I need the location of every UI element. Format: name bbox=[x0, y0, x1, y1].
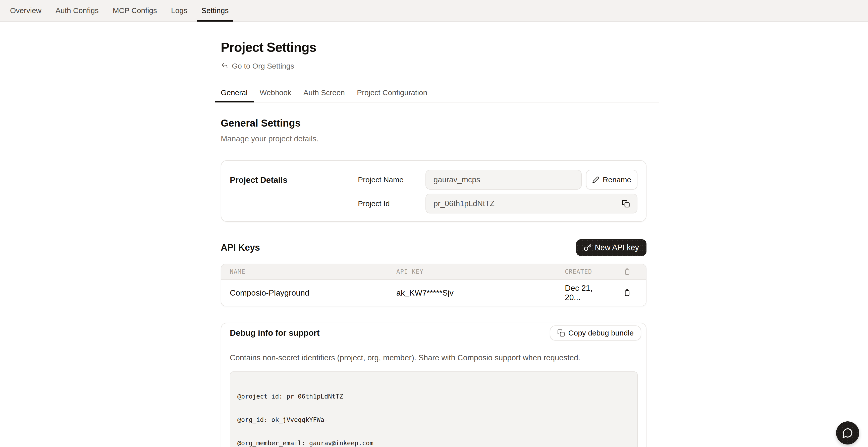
api-key-actions bbox=[608, 288, 646, 298]
code-line: @project_id: pr_06th1pLdNtTZ bbox=[237, 392, 630, 400]
debug-card-title: Debug info for support bbox=[230, 328, 319, 338]
api-key-row: Composio-Playground ak_KW7*****Sjv Dec 2… bbox=[221, 280, 646, 306]
new-api-key-button[interactable]: New API key bbox=[576, 239, 647, 256]
api-keys-heading: API Keys bbox=[221, 242, 260, 253]
project-id-input[interactable] bbox=[434, 199, 614, 208]
nav-item-overview[interactable]: Overview bbox=[10, 0, 41, 21]
corner-up-left-icon bbox=[221, 62, 228, 70]
nav-item-mcp-configs[interactable]: MCP Configs bbox=[113, 0, 157, 21]
tab-general[interactable]: General bbox=[215, 88, 254, 102]
project-details-card: Project Details Project Name Rename Pr bbox=[221, 160, 647, 222]
debug-description: Contains non-secret identifiers (project… bbox=[230, 353, 638, 362]
copy-debug-bundle-button[interactable]: Copy debug bundle bbox=[550, 325, 641, 341]
debug-bundle-code-block: @project_id: pr_06th1pLdNtTZ @org_id: ok… bbox=[230, 372, 638, 447]
column-name: NAME bbox=[230, 268, 396, 275]
copy-icon bbox=[557, 329, 565, 337]
project-name-row: Project Name Rename bbox=[358, 170, 638, 190]
settings-tabs: General Webhook Auth Screen Project Conf… bbox=[215, 88, 659, 102]
support-chat-button[interactable] bbox=[836, 421, 859, 445]
code-line: @org_id: ok_jVveqqkYFWa- bbox=[237, 416, 630, 424]
nav-item-auth-configs[interactable]: Auth Configs bbox=[56, 0, 99, 21]
nav-item-logs[interactable]: Logs bbox=[171, 0, 187, 21]
copy-project-id-button[interactable] bbox=[621, 199, 631, 209]
copy-icon bbox=[622, 200, 630, 208]
project-name-label: Project Name bbox=[358, 175, 426, 184]
tab-project-configuration[interactable]: Project Configuration bbox=[351, 88, 433, 102]
delete-api-key-button[interactable] bbox=[622, 288, 632, 298]
debug-info-card: Debug info for support Copy debug bundle… bbox=[221, 323, 647, 447]
tab-webhook[interactable]: Webhook bbox=[254, 88, 298, 102]
rename-button-label: Rename bbox=[603, 175, 631, 184]
column-api-key: API KEY bbox=[396, 268, 565, 275]
tab-auth-screen[interactable]: Auth Screen bbox=[298, 88, 351, 102]
column-created: CREATED bbox=[565, 268, 608, 275]
api-key-value: ak_KW7*****Sjv bbox=[396, 288, 565, 297]
project-id-row: Project Id bbox=[358, 194, 638, 214]
trash-icon bbox=[623, 268, 631, 276]
debug-card-body: Contains non-secret identifiers (project… bbox=[221, 343, 646, 447]
project-name-field-wrap bbox=[426, 170, 582, 190]
new-api-key-label: New API key bbox=[595, 243, 639, 252]
project-id-field-wrap bbox=[426, 194, 638, 214]
general-settings-heading: General Settings bbox=[221, 118, 647, 129]
go-to-org-settings-link[interactable]: Go to Org Settings bbox=[221, 62, 294, 70]
api-keys-table-header: NAME API KEY CREATED bbox=[221, 264, 646, 280]
key-icon bbox=[584, 244, 591, 251]
general-settings-subtitle: Manage your project details. bbox=[221, 134, 647, 143]
trash-icon bbox=[623, 289, 631, 297]
api-key-created: Dec 21, 20... bbox=[565, 284, 608, 302]
page-title: Project Settings bbox=[221, 40, 647, 55]
copy-debug-bundle-label: Copy debug bundle bbox=[568, 329, 634, 337]
settings-page: Project Settings Go to Org Settings Gene… bbox=[221, 22, 647, 447]
project-details-form: Project Name Rename Project Id bbox=[358, 170, 638, 214]
top-nav: Overview Auth Configs MCP Configs Logs S… bbox=[0, 0, 868, 22]
project-details-title: Project Details bbox=[230, 170, 358, 214]
debug-card-header: Debug info for support Copy debug bundle bbox=[221, 323, 646, 343]
rename-button[interactable]: Rename bbox=[586, 170, 638, 190]
nav-item-settings[interactable]: Settings bbox=[202, 0, 228, 21]
column-delete bbox=[608, 268, 646, 276]
project-name-input[interactable] bbox=[434, 175, 574, 184]
project-id-label: Project Id bbox=[358, 199, 426, 208]
api-keys-header: API Keys New API key bbox=[221, 239, 647, 256]
code-line: @org_member_email: gaurav@inkeep.com bbox=[237, 439, 630, 447]
api-key-name: Composio-Playground bbox=[230, 288, 396, 297]
chat-bubble-icon bbox=[842, 427, 853, 439]
back-link-label: Go to Org Settings bbox=[232, 62, 294, 70]
api-keys-table: NAME API KEY CREATED Composio-Playground… bbox=[221, 264, 647, 307]
pencil-icon bbox=[592, 176, 599, 183]
